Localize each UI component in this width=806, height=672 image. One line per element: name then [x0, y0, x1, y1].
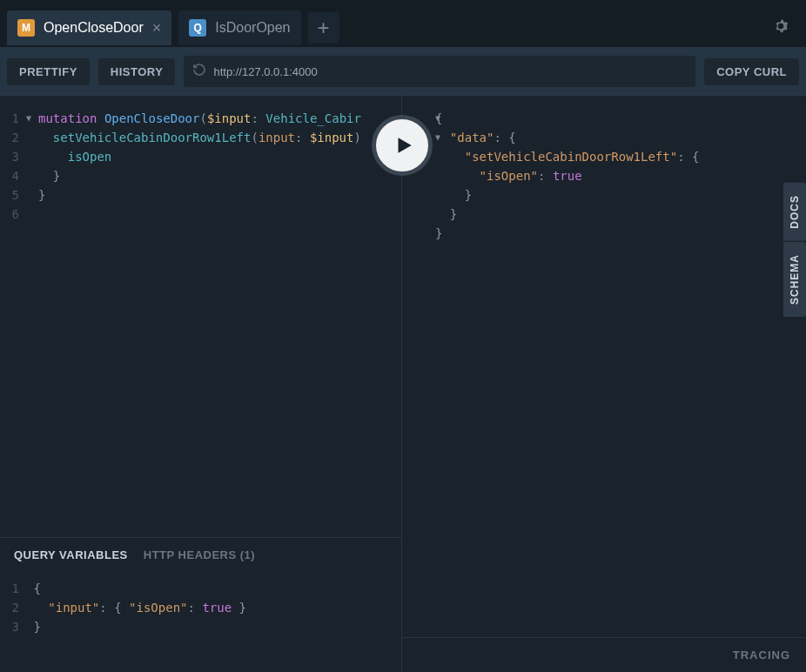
query-code[interactable]: mutation OpenCloseDoor($input: Vehicle_C… [38, 109, 401, 537]
query-pane: 123456 ▼ mutation OpenCloseDoor($input: … [0, 96, 402, 672]
play-icon [393, 134, 415, 157]
query-editor[interactable]: 123456 ▼ mutation OpenCloseDoor($input: … [0, 96, 401, 537]
result-pane: ▼▼ { "data": { "setVehicleCabinDoorRow1L… [402, 96, 806, 672]
variables-code[interactable]: { "input": { "isOpen": true } } [26, 579, 401, 672]
line-gutter: 123 [0, 579, 26, 672]
tab-http-headers[interactable]: HTTP HEADERS (1) [144, 548, 255, 561]
execute-button[interactable] [372, 115, 433, 176]
main-area: 123456 ▼ mutation OpenCloseDoor($input: … [0, 96, 806, 672]
tab-query-variables[interactable]: QUERY VARIABLES [14, 548, 128, 561]
close-icon[interactable]: × [152, 20, 162, 36]
gear-icon[interactable] [771, 17, 790, 39]
fold-column[interactable]: ▼▼ [409, 109, 435, 637]
mutation-badge-icon: M [17, 19, 35, 37]
history-button[interactable]: HISTORY [98, 58, 176, 85]
line-gutter: 123456 [0, 109, 26, 537]
url-input[interactable] [213, 65, 687, 78]
tabs-bar: M OpenCloseDoor × Q IsDoorOpen + [0, 0, 806, 47]
result-code: { "data": { "setVehicleCabinDoorRow1Left… [435, 109, 806, 637]
tracing-toggle[interactable]: TRACING [402, 637, 806, 672]
tab-isDoorOpen[interactable]: Q IsDoorOpen [178, 10, 300, 45]
add-tab-button[interactable]: + [308, 12, 339, 44]
schema-tab[interactable]: SCHEMA [783, 242, 806, 317]
variables-editor[interactable]: 123 { "input": { "isOpen": true } } [0, 572, 401, 672]
bottom-tabs: QUERY VARIABLES HTTP HEADERS (1) [0, 537, 401, 572]
tab-label: OpenCloseDoor [44, 20, 144, 36]
side-tabs: DOCS SCHEMA [783, 183, 806, 318]
docs-tab[interactable]: DOCS [783, 183, 806, 241]
prettify-button[interactable]: PRETTIFY [7, 58, 90, 85]
query-badge-icon: Q [189, 19, 206, 37]
result-viewer[interactable]: ▼▼ { "data": { "setVehicleCabinDoorRow1L… [402, 96, 806, 637]
copy-curl-button[interactable]: COPY CURL [704, 58, 799, 85]
tab-label: IsDoorOpen [215, 20, 290, 36]
url-bar [184, 56, 695, 87]
tab-opencloseDoor[interactable]: M OpenCloseDoor × [7, 10, 171, 45]
fold-column[interactable]: ▼ [26, 109, 38, 537]
reload-icon[interactable] [192, 63, 206, 80]
toolbar: PRETTIFY HISTORY COPY CURL [0, 47, 806, 96]
